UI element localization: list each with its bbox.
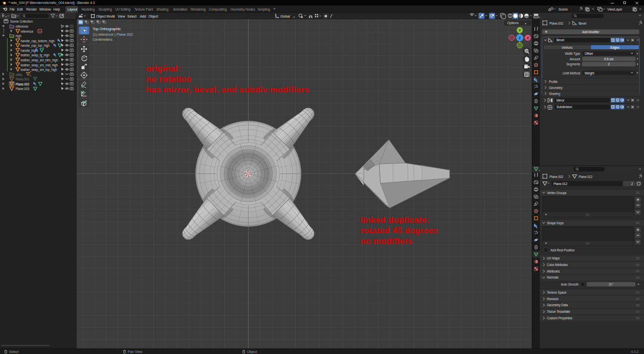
svg-text:handle_high: handle_high <box>21 49 37 53</box>
svg-text:Vertices: Vertices <box>561 46 573 49</box>
svg-text:UV Maps: UV Maps <box>547 256 559 260</box>
svg-text:Y: Y <box>519 29 521 32</box>
svg-text:2: 2 <box>608 62 610 66</box>
svg-text:high: high <box>16 34 22 38</box>
svg-text:Mirror: Mirror <box>556 99 565 102</box>
svg-text:Plane.001: Plane.001 <box>16 77 30 81</box>
svg-text:Plane.003: Plane.003 <box>16 87 30 91</box>
svg-text:Plane.012: Plane.012 <box>579 175 593 179</box>
svg-text:handle_cap_top_high: handle_cap_top_high <box>21 44 50 48</box>
svg-text:Subdivision: Subdivision <box>556 105 573 109</box>
svg-text:Weight: Weight <box>585 71 594 75</box>
svg-text:Plane.002: Plane.002 <box>16 82 30 86</box>
svg-text:Offset: Offset <box>585 52 593 55</box>
svg-text:handle_cap_bottom_high: handle_cap_bottom_high <box>21 39 55 43</box>
svg-text:Segments: Segments <box>566 62 580 66</box>
svg-text:Geometry: Geometry <box>549 86 563 90</box>
svg-text:Add Rest Position: Add Rest Position <box>550 248 575 252</box>
svg-text:X: X <box>527 36 529 40</box>
svg-text:Add Modifier: Add Modifier <box>582 30 600 34</box>
svg-text:Auto Smooth: Auto Smooth <box>561 283 579 286</box>
svg-text:Attributes: Attributes <box>547 270 560 273</box>
svg-text:leather_wrap_sm_top_high: leather_wrap_sm_top_high <box>21 68 57 72</box>
svg-text:Vertex Groups: Vertex Groups <box>547 191 567 195</box>
svg-text:reference: reference <box>21 30 34 33</box>
svg-text:Limit Method: Limit Method <box>562 71 580 75</box>
svg-text:Geometry Data: Geometry Data <box>547 303 568 307</box>
svg-text:Width Type: Width Type <box>565 52 581 56</box>
svg-text:leather_wrap_sm_mid_high: leather_wrap_sm_mid_high <box>21 63 58 67</box>
svg-text:utility: utility <box>16 73 23 77</box>
svg-text:Scene Collection: Scene Collection <box>10 20 33 23</box>
svg-text:Bevel: Bevel <box>579 22 586 25</box>
svg-text:Plane.002: Plane.002 <box>549 22 564 25</box>
svg-text:Shape Keys: Shape Keys <box>547 221 564 225</box>
svg-text:30°: 30° <box>608 283 613 286</box>
svg-text:leather_wrap_lg_high: leather_wrap_lg_high <box>21 53 50 57</box>
svg-text:Normals: Normals <box>547 276 558 279</box>
svg-text:Amount: Amount <box>570 57 580 61</box>
svg-text:Z: Z <box>519 36 521 40</box>
svg-text:Bevel: Bevel <box>556 38 564 42</box>
svg-text:Profile: Profile <box>549 80 558 83</box>
svg-text:Plane.002: Plane.002 <box>549 175 564 179</box>
svg-text:Texture Space: Texture Space <box>547 291 567 295</box>
svg-text:leather_wrap_sm_btm_high: leather_wrap_sm_btm_high <box>21 58 58 62</box>
svg-text:reference: reference <box>16 25 29 28</box>
svg-text:Custom Properties: Custom Properties <box>547 316 572 320</box>
svg-text:Plane.012: Plane.012 <box>553 182 568 186</box>
svg-text:Color Attributes: Color Attributes <box>547 263 568 267</box>
svg-text:2: 2 <box>631 182 633 186</box>
svg-text:Remesh: Remesh <box>547 297 558 301</box>
svg-text:0.5 cm: 0.5 cm <box>604 57 613 61</box>
svg-text:Tissue Tessellate: Tissue Tessellate <box>547 310 571 313</box>
svg-text:Edges: Edges <box>610 46 619 50</box>
